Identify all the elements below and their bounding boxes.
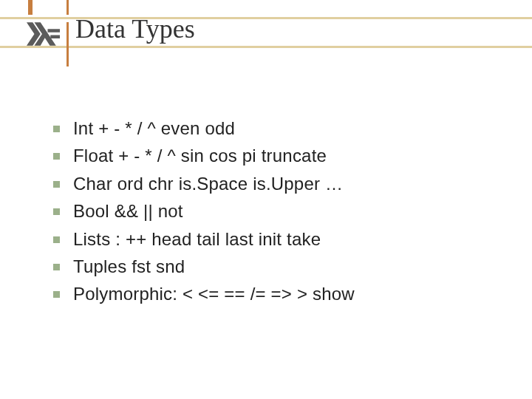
list-item: Char ord chr is.Space is.Upper …: [53, 172, 497, 196]
bullet-icon: [53, 181, 60, 188]
bullet-icon: [53, 153, 60, 160]
bullet-icon: [53, 264, 60, 270]
list-item: Bool && || not: [53, 200, 497, 223]
bullet-icon: [53, 291, 60, 298]
list-item-text: Tuples fst snd: [73, 255, 185, 279]
slide: Data Types Int + - * / ^ even odd Float …: [0, 0, 532, 399]
slide-title: Data Types: [75, 13, 195, 44]
list-item: Tuples fst snd: [53, 255, 497, 279]
decor-hline-bottom: [0, 46, 532, 48]
list-item: Lists : ++ head tail last init take: [53, 228, 497, 251]
decor-vline-thin-top: [66, 0, 69, 15]
bullet-icon: [53, 236, 60, 243]
bullet-icon: [53, 126, 60, 132]
bullet-icon: [53, 208, 60, 215]
decor-vline-thick: [28, 0, 33, 15]
list-item-text: Float + - * / ^ sin cos pi truncate: [73, 144, 327, 168]
list-item-text: Bool && || not: [73, 200, 183, 223]
decor-vline-below: [66, 22, 69, 66]
bullet-list: Int + - * / ^ even odd Float + - * / ^ s…: [53, 117, 497, 310]
svg-rect-3: [50, 35, 60, 39]
list-item-text: Lists : ++ head tail last init take: [73, 228, 321, 251]
list-item-text: Polymorphic: < <= == /= => > show: [73, 282, 355, 306]
list-item: Int + - * / ^ even odd: [53, 117, 497, 140]
slide-header: Data Types: [0, 0, 532, 66]
list-item: Polymorphic: < <= == /= => > show: [53, 282, 497, 306]
list-item-text: Int + - * / ^ even odd: [73, 117, 235, 140]
svg-rect-2: [48, 29, 61, 33]
haskell-logo-icon: [27, 22, 60, 46]
list-item: Float + - * / ^ sin cos pi truncate: [53, 144, 497, 168]
list-item-text: Char ord chr is.Space is.Upper …: [73, 172, 343, 196]
